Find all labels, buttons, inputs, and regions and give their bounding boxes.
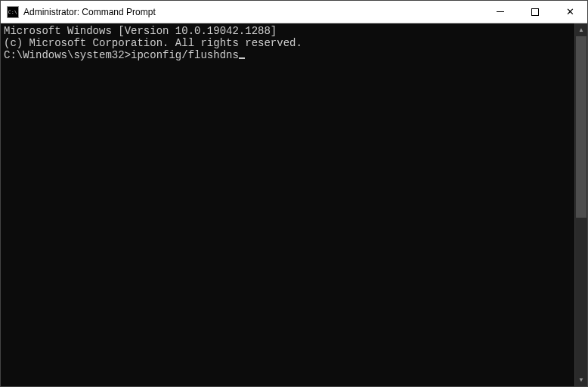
command-prompt-window: C:\ Administrator: Command Prompt ✕ Micr… (0, 0, 588, 387)
terminal-output[interactable]: Microsoft Windows [Version 10.0.19042.12… (1, 23, 574, 386)
typed-command: ipconfig/flushdns (131, 49, 239, 61)
scroll-up-arrow-icon[interactable]: ▲ (575, 23, 587, 36)
cmd-icon: C:\ (7, 6, 19, 18)
titlebar[interactable]: C:\ Administrator: Command Prompt ✕ (1, 1, 587, 23)
close-button[interactable]: ✕ (552, 1, 587, 23)
scroll-track[interactable] (575, 36, 587, 373)
cmd-icon-glyph: C:\ (8, 10, 17, 14)
window-title: Administrator: Command Prompt (23, 7, 156, 17)
text-cursor (239, 57, 245, 59)
vertical-scrollbar[interactable]: ▲ ▼ (574, 23, 587, 386)
scroll-down-arrow-icon[interactable]: ▼ (575, 373, 587, 386)
copyright-line: (c) Microsoft Corporation. All rights re… (4, 37, 571, 49)
prompt-line: C:\Windows\system32>ipconfig/flushdns (4, 49, 571, 61)
scroll-thumb[interactable] (576, 36, 586, 218)
version-line: Microsoft Windows [Version 10.0.19042.12… (4, 25, 571, 37)
maximize-button[interactable] (518, 1, 552, 23)
prompt-path: C:\Windows\system32> (4, 49, 131, 61)
close-icon: ✕ (566, 7, 574, 17)
window-controls: ✕ (483, 1, 587, 23)
maximize-icon (531, 8, 539, 16)
minimize-icon (497, 11, 504, 12)
client-area: Microsoft Windows [Version 10.0.19042.12… (1, 23, 587, 386)
minimize-button[interactable] (483, 1, 518, 23)
